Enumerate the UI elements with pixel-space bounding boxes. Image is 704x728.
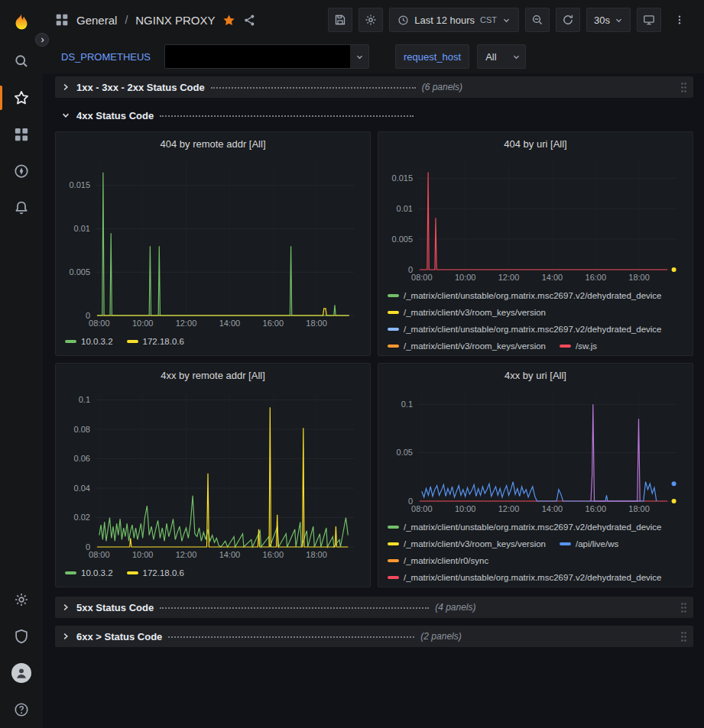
dashboard-row-4xx[interactable]: 4xx Status Code [55, 105, 693, 125]
sidebar-item-profile[interactable] [0, 655, 43, 691]
legend-item[interactable]: /_matrix/client/v3/room_keys/version [388, 539, 546, 548]
sidebar-item-starred[interactable] [0, 79, 43, 116]
sidebar-item-configuration[interactable] [0, 581, 43, 618]
time-range-label: Last 12 hours [414, 15, 475, 26]
refresh-dashboard-button[interactable] [556, 8, 580, 32]
drag-dots-icon [680, 602, 687, 613]
svg-text:18:00: 18:00 [306, 550, 327, 559]
svg-text:10:00: 10:00 [132, 550, 154, 559]
row-panel-count: (2 panels) [420, 631, 461, 642]
legend-item[interactable]: 10.0.3.2 [65, 337, 113, 346]
legend-series-marker [65, 571, 76, 574]
legend-series-marker [388, 328, 399, 331]
panel-title[interactable]: 4xx by uri [All] [504, 370, 566, 381]
legend-row: 10.0.3.2172.18.0.6 [65, 333, 364, 350]
favorite-star-icon[interactable] [222, 14, 235, 27]
legend-series-marker [388, 526, 399, 529]
legend-item[interactable]: /sw.js [560, 341, 597, 351]
svg-text:0.06: 0.06 [74, 454, 90, 463]
svg-text:0.02: 0.02 [74, 513, 90, 522]
legend-row: /_matrix/client/v3/room_keys/version [388, 304, 686, 321]
active-indicator [0, 86, 2, 110]
legend-item[interactable]: /api/live/ws [560, 539, 618, 548]
sidebar-item-alerting[interactable] [0, 189, 43, 226]
dashboard-settings-button[interactable] [358, 8, 383, 32]
svg-text:18:00: 18:00 [628, 504, 650, 513]
legend-item[interactable]: /_matrix/client/unstable/org.matrix.msc2… [388, 573, 662, 582]
panel-grid: 404 by remote addr [All] 00.0050.010.015… [55, 131, 693, 587]
sidebar [0, 0, 43, 728]
legend-series-marker [388, 576, 399, 579]
svg-text:14:00: 14:00 [219, 319, 241, 328]
chevron-down-icon [502, 16, 511, 24]
legend-series-marker [388, 559, 399, 562]
legend-row: /_matrix/client/unstable/org.matrix.msc2… [388, 287, 686, 304]
legend-item[interactable]: /_matrix/client/unstable/org.matrix.msc2… [388, 325, 662, 334]
sidebar-item-explore[interactable] [0, 153, 43, 189]
dashboard-row-5xx[interactable]: 5xx Status Code (4 panels) [55, 597, 693, 618]
dotted-leader [168, 636, 414, 638]
time-series-chart[interactable]: 00.0050.010.01508:0010:0012:0014:0016:00… [62, 155, 363, 331]
panel-header[interactable]: 4xx by remote addr [All] [56, 364, 370, 387]
zoom-out-time-button[interactable] [525, 8, 550, 32]
panel-title[interactable]: 4xx by remote addr [All] [161, 370, 265, 381]
legend-series-label: 10.0.3.2 [81, 337, 113, 346]
legend-series-label: /_matrix/client/unstable/org.matrix.msc2… [404, 523, 662, 532]
dashboard-row-6xx[interactable]: 6xx > Status Code (2 panels) [55, 626, 693, 647]
dashboard-title: NGINX PROXY [135, 14, 215, 27]
legend-series-marker [388, 311, 399, 314]
svg-text:12:00: 12:00 [176, 319, 197, 328]
request-host-variable-select[interactable]: All [477, 44, 526, 69]
datasource-variable-select[interactable] [164, 44, 369, 69]
apps-grid-icon [55, 13, 69, 27]
row-drag-handle[interactable] [680, 82, 687, 93]
svg-text:08:00: 08:00 [89, 550, 110, 559]
chart-legend: 10.0.3.2172.18.0.6 [56, 331, 370, 350]
sidebar-item-server-admin[interactable] [0, 618, 43, 655]
chevron-down-icon [615, 16, 623, 24]
legend-item[interactable]: /_matrix/client/v3/room_keys/version [388, 308, 546, 317]
gear-icon [365, 14, 377, 26]
breadcrumb-folder[interactable]: General [76, 14, 117, 27]
svg-text:14:00: 14:00 [542, 273, 563, 282]
cycle-view-mode-button[interactable] [637, 8, 661, 32]
legend-item[interactable]: 172.18.0.6 [127, 337, 184, 346]
time-series-chart[interactable]: 00.0050.010.01508:0010:0012:0014:0016:00… [384, 155, 686, 285]
refresh-interval-select[interactable]: 30s [586, 8, 631, 32]
clock-icon [397, 15, 409, 26]
panel-title[interactable]: 404 by remote addr [All] [160, 138, 265, 150]
panel-header[interactable]: 404 by remote addr [All] [56, 132, 370, 155]
sidebar-expand-button[interactable] [35, 33, 49, 47]
legend-item[interactable]: /_matrix/client/unstable/org.matrix.msc2… [388, 523, 662, 532]
legend-series-label: 172.18.0.6 [143, 337, 184, 346]
breadcrumb-separator: / [125, 14, 128, 26]
svg-text:10:00: 10:00 [455, 273, 476, 282]
panel-header[interactable]: 404 by uri [All] [378, 132, 693, 155]
panel-title[interactable]: 404 by uri [All] [504, 138, 566, 150]
svg-text:08:00: 08:00 [411, 273, 433, 282]
save-dashboard-button[interactable] [328, 8, 352, 32]
zoom-out-icon [531, 14, 543, 26]
share-icon[interactable] [243, 14, 256, 27]
datasource-variable-label: DS_PROMETHEUS [55, 44, 157, 69]
row-drag-handle[interactable] [680, 631, 687, 642]
sidebar-item-help[interactable] [0, 691, 43, 728]
legend-item[interactable]: 172.18.0.6 [127, 568, 184, 578]
more-options-button[interactable] [667, 8, 692, 32]
time-range-picker[interactable]: Last 12 hours CST [389, 8, 519, 32]
sidebar-item-dashboards[interactable] [0, 116, 43, 153]
legend-item[interactable]: /_matrix/client/v3/room_keys/version [388, 341, 546, 351]
chevron-down-icon [512, 53, 521, 61]
legend-item[interactable]: /_matrix/client/r0/sync [388, 556, 488, 565]
row-drag-handle[interactable] [680, 602, 687, 613]
time-series-chart[interactable]: 00.050.108:0010:0012:0014:0016:0018:00 [384, 387, 686, 516]
sidebar-item-search[interactable] [0, 43, 43, 79]
panel-header[interactable]: 4xx by uri [All] [378, 364, 693, 387]
svg-text:08:00: 08:00 [411, 504, 433, 513]
legend-item[interactable]: 10.0.3.2 [65, 568, 113, 578]
template-variables-bar: DS_PROMETHEUS request_host All [43, 40, 704, 73]
dashboard-row-1xx-3xx-2xx[interactable]: 1xx - 3xx - 2xx Status Code (6 panels) [55, 76, 693, 98]
legend-item[interactable]: /_matrix/client/unstable/org.matrix.msc2… [388, 291, 662, 300]
panel-404-by-remote-addr: 404 by remote addr [All] 00.0050.010.015… [55, 131, 371, 356]
time-series-chart[interactable]: 00.020.040.060.080.108:0010:0012:0014:00… [62, 387, 363, 562]
